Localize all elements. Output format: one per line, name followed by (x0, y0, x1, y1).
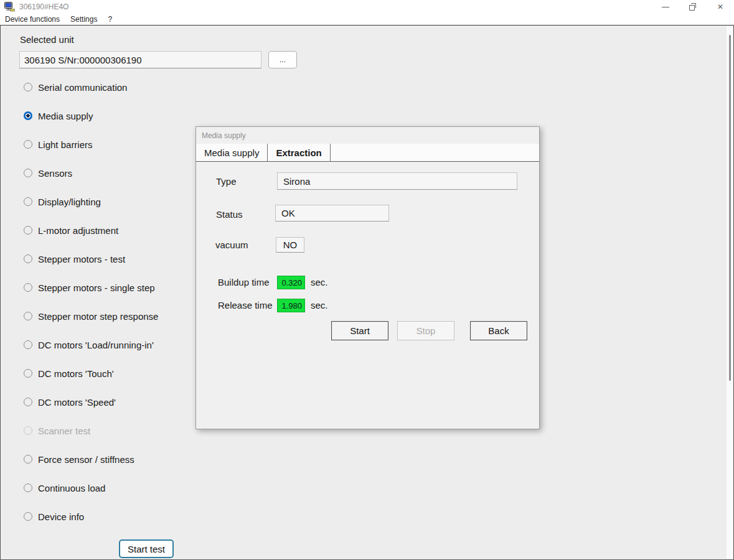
minimize-icon: — (662, 2, 669, 11)
option-label: Light barriers (38, 139, 93, 150)
vacuum-field: NO (276, 237, 304, 253)
menubar: Device functions Settings ? (0, 13, 734, 25)
vacuum-label: vacuum (215, 240, 248, 250)
option-label: DC motors 'Speed' (38, 397, 116, 408)
option-label: Scanner test (38, 426, 90, 436)
option-label: DC motors 'Load/running-in' (38, 340, 154, 350)
titlebar: 306190#HE4O — ✕ (0, 0, 734, 13)
buildup-time-unit: sec. (311, 277, 328, 287)
release-time-unit: sec. (311, 300, 328, 310)
start-test-button[interactable]: Start test (119, 539, 174, 558)
option-label: Stepper motors - single step (38, 282, 155, 293)
option-dc-motors-touch[interactable]: DC motors 'Touch' (24, 359, 158, 388)
selected-unit-field[interactable]: 306190 S/Nr:000000306190 (19, 51, 261, 68)
stop-button: Stop (397, 321, 454, 340)
option-label: Device info (38, 511, 84, 522)
radio-icon (24, 455, 32, 464)
radio-icon (24, 340, 32, 349)
radio-icon (24, 398, 32, 406)
option-media-supply[interactable]: Media supply (24, 101, 158, 130)
radio-icon (24, 254, 32, 263)
radio-icon (24, 512, 32, 521)
selected-unit-label: Selected unit (20, 34, 74, 45)
option-label: Serial communication (38, 82, 127, 93)
radio-icon (24, 111, 32, 120)
window-title: 306190#HE4O (19, 2, 68, 11)
app-window: 306190#HE4O — ✕ Device functions Setting… (0, 0, 734, 560)
menu-help[interactable]: ? (108, 15, 112, 24)
media-supply-dialog: Media supply Media supply Extraction Typ… (195, 126, 540, 429)
buildup-time-value: 0.320 (277, 276, 305, 289)
status-field: OK (275, 205, 389, 222)
option-stepper-motors-test[interactable]: Stepper motors - test (24, 245, 158, 273)
option-continuous-load[interactable]: Continuous load (24, 474, 158, 502)
restore-button[interactable] (679, 0, 707, 13)
radio-icon (24, 197, 32, 206)
scrollbar-track[interactable] (727, 26, 733, 559)
menu-settings[interactable]: Settings (70, 15, 97, 24)
app-icon (4, 2, 15, 12)
radio-icon (24, 283, 32, 292)
window-controls: — ✕ (652, 0, 734, 13)
radio-icon (24, 369, 32, 378)
start-button[interactable]: Start (331, 321, 388, 340)
type-label: Type (216, 176, 237, 187)
option-l-motor-adjustment[interactable]: L-motor adjustment (24, 216, 158, 245)
menu-device-functions[interactable]: Device functions (5, 15, 60, 24)
buildup-time-label: Buildup time (218, 277, 270, 287)
test-option-list: Serial communication Media supply Light … (24, 73, 158, 531)
option-serial-communication[interactable]: Serial communication (24, 73, 158, 101)
radio-icon (24, 83, 32, 91)
close-icon: ✕ (717, 2, 723, 11)
back-button[interactable]: Back (470, 321, 527, 340)
radio-icon (24, 312, 32, 320)
option-label: Sensors (38, 168, 72, 179)
status-label: Status (216, 209, 243, 220)
dialog-title: Media supply (202, 131, 246, 140)
option-label: Media supply (38, 111, 93, 121)
option-light-barriers[interactable]: Light barriers (24, 130, 158, 159)
type-field: Sirona (277, 172, 517, 190)
option-dc-motors-load[interactable]: DC motors 'Load/running-in' (24, 330, 158, 359)
option-label: Display/lighting (38, 197, 101, 207)
radio-icon (24, 426, 32, 435)
option-label: Stepper motors - test (38, 254, 125, 264)
option-stepper-motors-single-step[interactable]: Stepper motors - single step (24, 273, 158, 302)
option-label: L-motor adjustment (38, 225, 118, 236)
restore-icon (689, 3, 697, 11)
close-button[interactable]: ✕ (707, 0, 734, 13)
client-area: Selected unit 306190 S/Nr:000000306190 .… (0, 25, 734, 560)
radio-icon (24, 140, 32, 149)
browse-button[interactable]: ... (268, 51, 297, 68)
option-label: DC motors 'Touch' (38, 368, 114, 379)
option-scanner-test: Scanner test (24, 416, 158, 445)
option-display-lighting[interactable]: Display/lighting (24, 187, 158, 216)
option-dc-motors-speed[interactable]: DC motors 'Speed' (24, 388, 158, 416)
option-stepper-motor-step-response[interactable]: Stepper motor step response (24, 302, 158, 330)
tab-media-supply[interactable]: Media supply (196, 144, 268, 161)
option-device-info[interactable]: Device info (24, 502, 158, 531)
dialog-tabstrip: Media supply Extraction (196, 144, 539, 162)
release-time-label: Release time (218, 300, 273, 310)
option-label: Force sensor / stiffness (38, 454, 134, 465)
minimize-button[interactable]: — (652, 0, 679, 13)
option-sensors[interactable]: Sensors (24, 159, 158, 187)
option-label: Stepper motor step response (38, 311, 158, 322)
option-force-sensor-stiffness[interactable]: Force sensor / stiffness (24, 445, 158, 474)
radio-icon (24, 483, 32, 492)
tab-extraction[interactable]: Extraction (268, 144, 330, 161)
radio-icon (24, 226, 32, 235)
scrollbar-thumb[interactable] (729, 35, 731, 381)
radio-icon (24, 169, 32, 177)
option-label: Continuous load (38, 483, 105, 493)
release-time-value: 1.980 (277, 299, 305, 312)
